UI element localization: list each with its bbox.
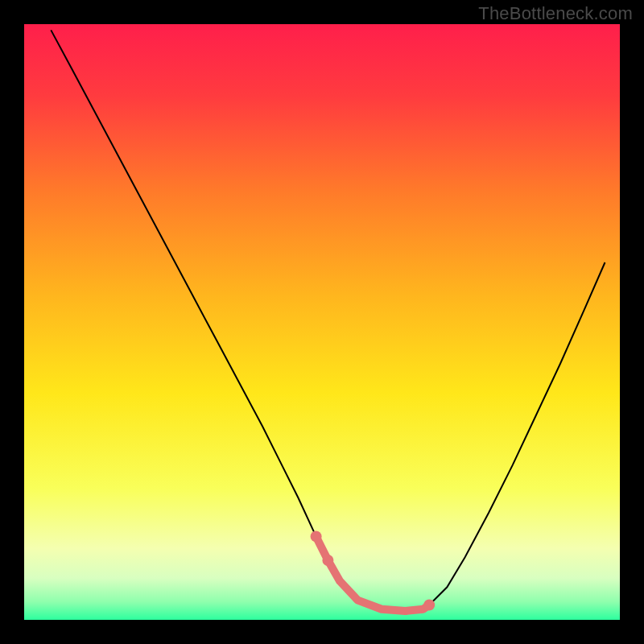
bottleneck-chart <box>0 0 644 644</box>
series-optimal-highlight-dot <box>311 530 322 542</box>
plot-background <box>24 24 620 620</box>
series-optimal-highlight-dot <box>423 600 435 611</box>
watermark-text: TheBottleneck.com <box>478 3 633 24</box>
series-optimal-highlight-dot <box>322 555 333 566</box>
chart-container: TheBottleneck.com <box>0 0 644 644</box>
